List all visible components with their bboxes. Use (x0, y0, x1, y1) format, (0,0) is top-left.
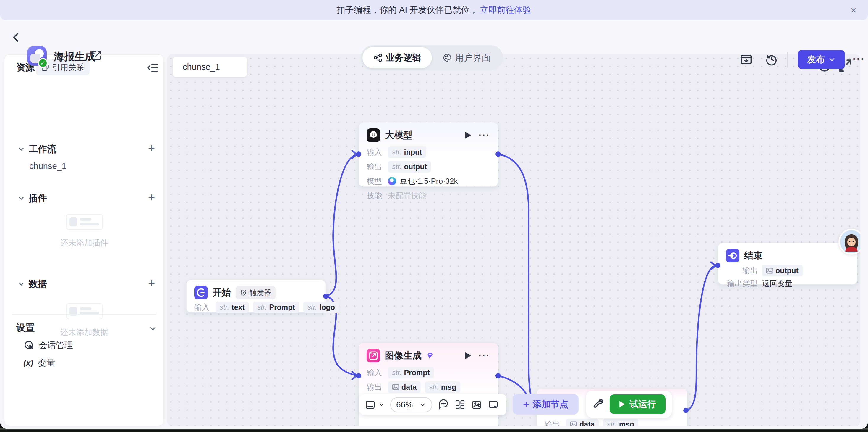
empty-plugin-text: 还未添加插件 (4, 238, 164, 248)
add-workflow-button[interactable]: + (148, 142, 155, 155)
node-row-model: 模型 豆包·1.5·Pro·32k (367, 175, 490, 187)
run-node-icon[interactable] (465, 352, 471, 359)
row-label: 输出 (545, 419, 562, 426)
node-title: 大模型 (385, 129, 412, 141)
node-row-output-type: 输出类型 返回变量 (726, 278, 849, 289)
close-icon[interactable]: × (848, 4, 859, 16)
port-end-input[interactable] (715, 263, 720, 268)
node-row-input: 输入 str.input (367, 146, 490, 158)
section-title: 插件 (29, 192, 47, 204)
session-management-label: 会话管理 (39, 339, 73, 351)
export-image-icon[interactable] (471, 399, 482, 410)
end-node-icon (726, 249, 739, 262)
port-llm-input[interactable] (356, 151, 361, 157)
param-tag: data (566, 419, 599, 426)
node-title: 开始 (213, 286, 231, 299)
comment-icon[interactable] (438, 399, 449, 410)
section-title: 数据 (29, 278, 47, 290)
node-start[interactable]: 开始 触发器 输入 str.text str.Prompt str.logo (186, 280, 326, 313)
banner-text: 扣子编程，你的 AI 开发伙伴已就位， (337, 4, 478, 16)
port-start-output[interactable] (323, 293, 329, 299)
zoom-level-dropdown[interactable]: 66% (390, 397, 432, 412)
port-llm-output[interactable] (495, 151, 501, 157)
chevron-down-icon[interactable] (378, 402, 384, 408)
app-header: ✓ 海报生成 业务逻辑 用户界面 发布 ··· (0, 20, 868, 53)
tab-business-logic[interactable]: 业务逻辑 (363, 47, 432, 68)
resource-sidebar: 资源 引用关系 工作流 + chunse_1 插件 + 还未添加插件 数据 + (4, 54, 164, 426)
run-node-icon[interactable] (465, 132, 471, 139)
app-window: 扣子编程，你的 AI 开发伙伴已就位， 立即前往体验 × ✓ 海报生成 业务逻辑… (0, 0, 868, 429)
chevron-down-icon (828, 56, 835, 63)
chevron-down-icon[interactable] (149, 325, 157, 333)
history-icon[interactable] (765, 53, 778, 66)
image-type-icon (766, 268, 773, 274)
skill-value: 未配置技能 (388, 191, 426, 201)
test-run-button[interactable]: 试运行 (610, 395, 666, 414)
add-node-button[interactable]: + 添加节点 (513, 394, 579, 414)
image-type-icon (392, 384, 399, 390)
node-row-input: 输入 str.text str.Prompt str.logo (194, 301, 318, 313)
row-label: 技能 (367, 191, 384, 201)
section-plugins: 插件 + (4, 192, 164, 205)
promo-banner: 扣子编程，你的 AI 开发伙伴已就位， 立即前往体验 × (0, 0, 868, 20)
node-llm[interactable]: 大模型 ··· 输入 str.input 输出 str.output 模型 (359, 122, 498, 187)
node-title: 图像生成 (385, 349, 422, 362)
preview-device-icon[interactable] (488, 399, 498, 410)
back-button[interactable] (10, 31, 23, 44)
node-menu-icon[interactable]: ··· (478, 130, 490, 140)
workflow-tab[interactable]: chunse_1 (173, 57, 247, 77)
port-imagegen-input[interactable] (356, 373, 361, 378)
page-title: 海报生成 (54, 50, 95, 64)
node-row-output: 输出 str.output (367, 161, 490, 173)
more-menu-button[interactable]: ··· (852, 53, 865, 65)
node-menu-icon[interactable]: ··· (478, 351, 490, 361)
param-tag: str.Prompt (253, 301, 299, 313)
sidebar-item-session-management[interactable]: 会话管理 (23, 339, 73, 352)
play-icon (619, 401, 625, 407)
output-type-value: 返回变量 (762, 279, 793, 289)
add-plugin-button[interactable]: + (148, 191, 155, 204)
sidebar-divider (12, 314, 156, 315)
collapse-sidebar-icon[interactable] (147, 62, 159, 74)
sidebar-item-variables[interactable]: (x) 变量 (23, 356, 55, 370)
node-row-skill: 技能 未配置技能 (367, 190, 490, 202)
layout-grid-icon[interactable] (455, 399, 465, 410)
edit-title-icon[interactable] (90, 50, 102, 61)
chevron-down-icon[interactable] (18, 280, 25, 288)
edge-llm-down (498, 154, 537, 410)
premium-diamond-icon (426, 352, 434, 359)
workflow-canvas[interactable]: chunse_1 (167, 54, 860, 426)
tab-user-interface[interactable]: 用户界面 (432, 47, 501, 68)
edge-start-to-llm (326, 155, 355, 296)
section-workflow: 工作流 + (4, 142, 164, 156)
row-label: 模型 (367, 176, 384, 186)
tab-label: 用户界面 (455, 52, 491, 64)
chevron-down-icon[interactable] (18, 145, 25, 153)
chevron-down-icon (419, 401, 426, 408)
node-end[interactable]: 结束 输出 output 输出类型 返回变量 (718, 242, 857, 285)
minimap-icon[interactable] (365, 399, 375, 410)
publish-label: 发布 (807, 54, 825, 66)
banner-link[interactable]: 立即前往体验 (480, 4, 531, 16)
trigger-label: 触发器 (249, 288, 271, 298)
port-imagegen-output[interactable] (495, 373, 501, 378)
param-tag: str.msg (603, 419, 638, 426)
plus-icon: + (523, 398, 529, 411)
port-hidden-output[interactable] (683, 408, 688, 413)
model-name: 豆包·1.5·Pro·32k (400, 176, 458, 186)
param-tag: str.output (388, 161, 431, 173)
trigger-badge: 触发器 (236, 286, 276, 299)
sidebar-item-workflow[interactable]: chunse_1 (29, 161, 66, 171)
wrench-icon[interactable] (592, 398, 604, 410)
chevron-down-icon[interactable] (18, 194, 25, 202)
row-label: 输出 (726, 265, 758, 276)
variable-icon: (x) (23, 358, 33, 368)
node-row-input: 输入 str.Prompt (367, 367, 490, 378)
param-tag: str.msg (425, 381, 460, 393)
publish-button[interactable]: 发布 (798, 50, 845, 69)
add-data-button[interactable]: + (148, 277, 155, 290)
workflow-icon (373, 53, 382, 62)
archive-icon[interactable] (740, 53, 753, 66)
param-tag: data (388, 381, 421, 393)
node-title: 结束 (744, 250, 763, 262)
